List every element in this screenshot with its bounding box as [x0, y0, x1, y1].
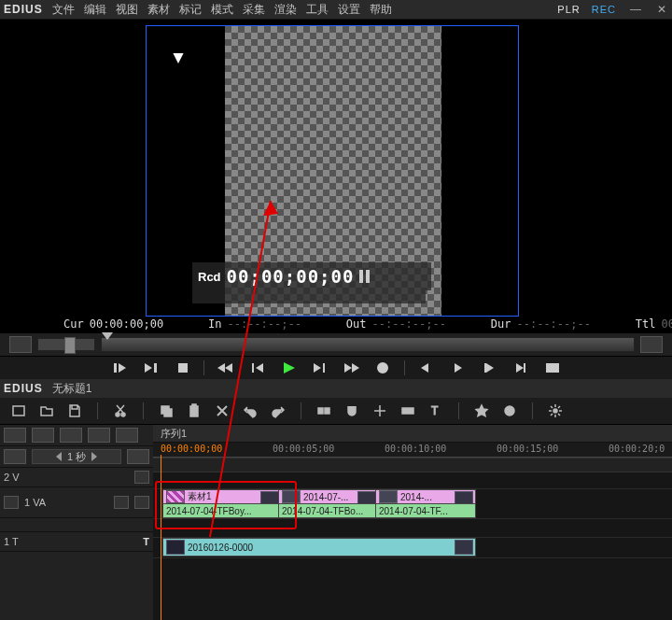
- paste-icon[interactable]: [185, 402, 203, 419]
- clip-video[interactable]: 2014-...: [375, 489, 476, 504]
- clip-video[interactable]: 2014-07-...: [278, 489, 379, 504]
- scrub-end-button[interactable]: [640, 336, 663, 353]
- settings-icon[interactable]: [546, 402, 565, 419]
- prev-edit-button[interactable]: [474, 359, 504, 377]
- snap-icon[interactable]: [343, 402, 361, 419]
- clip-thumb-icon: [282, 490, 301, 503]
- track-lock-icon[interactable]: [114, 496, 129, 509]
- tool-c[interactable]: [60, 428, 82, 443]
- out-label: Out: [346, 317, 367, 331]
- tool-a[interactable]: [4, 428, 26, 443]
- open-icon[interactable]: [37, 402, 56, 419]
- menu-file[interactable]: 文件: [52, 2, 75, 18]
- tool-d[interactable]: [88, 428, 110, 443]
- ttl-value: 00:00:14;04: [662, 317, 672, 331]
- stop-button[interactable]: [168, 359, 198, 377]
- track-header-2v[interactable]: 2 V: [0, 468, 153, 487]
- clip-thumb-icon: [166, 540, 185, 555]
- go-out-button[interactable]: [442, 359, 472, 377]
- mark-out-button[interactable]: [136, 359, 166, 377]
- ruler-tick: 00:00:05;00: [273, 444, 334, 454]
- delete-icon[interactable]: [213, 402, 231, 419]
- export-button[interactable]: [538, 359, 567, 377]
- menu-help[interactable]: 帮助: [370, 2, 392, 18]
- lane-2v[interactable]: [153, 470, 672, 489]
- track-header-1va[interactable]: 1 VA: [0, 487, 153, 518]
- rewind-button[interactable]: [210, 359, 240, 377]
- mark-in-button[interactable]: [105, 359, 134, 377]
- menu-marker[interactable]: 标记: [179, 2, 202, 18]
- speed-slider[interactable]: [37, 338, 95, 351]
- chevron-left-icon[interactable]: [56, 452, 62, 461]
- menu-capture[interactable]: 采集: [243, 2, 265, 18]
- clip-audio[interactable]: 2014-07-04-TF...: [375, 503, 476, 518]
- render-icon[interactable]: [500, 402, 519, 419]
- menu-tools[interactable]: 工具: [306, 2, 329, 18]
- sequence-tab[interactable]: 序列1: [153, 425, 672, 443]
- scrub-track[interactable]: [101, 337, 635, 352]
- ruler-tick: 00:00:15;00: [497, 444, 558, 454]
- menu-edit[interactable]: 编辑: [84, 2, 106, 18]
- clip-title[interactable]: 20160126-0000: [162, 538, 476, 557]
- dur-label: Dur: [491, 317, 511, 331]
- undo-icon[interactable]: [241, 402, 259, 419]
- clip-audio[interactable]: 2014-07-04-TFBo...: [278, 503, 379, 518]
- clip-end-thumb-icon: [357, 491, 376, 504]
- svg-rect-8: [164, 409, 172, 416]
- go-in-button[interactable]: [411, 359, 441, 377]
- tool-e[interactable]: [116, 428, 138, 443]
- effects-icon[interactable]: [472, 402, 491, 419]
- track-mute-icon[interactable]: [134, 496, 149, 509]
- menu-render[interactable]: 渲染: [274, 2, 297, 18]
- minimize-button[interactable]: —: [629, 3, 642, 16]
- track-header-1t[interactable]: 1 T T: [0, 532, 153, 552]
- new-sequence-icon[interactable]: [9, 402, 28, 419]
- mode-rec[interactable]: REC: [592, 4, 616, 15]
- clip-audio[interactable]: 2014-07-04-TFBoy...: [162, 503, 282, 518]
- lane-1va[interactable]: 素材1 2014-07-... 2014-... 2014-07-04-TFBo…: [153, 488, 672, 519]
- cut-icon[interactable]: [111, 402, 130, 419]
- titlebar: EDIUS 文件 编辑 视图 素材 标记 模式 采集 渲染 工具 设置 帮助 P…: [0, 0, 672, 20]
- ripple-icon[interactable]: [315, 402, 333, 419]
- zoom-in-button[interactable]: [127, 449, 149, 464]
- title-icon[interactable]: T: [427, 402, 445, 419]
- zoom-out-button[interactable]: [4, 449, 26, 464]
- menu-settings[interactable]: 设置: [338, 2, 360, 18]
- project-title: 无标题1: [52, 381, 92, 397]
- timeline-tracks[interactable]: 序列1 00:00:00;00 00:00:05;00 00:00:10;00 …: [153, 425, 672, 620]
- time-ruler[interactable]: 00:00:00;00 00:00:05;00 00:00:10;00 00:0…: [153, 443, 672, 458]
- track-patch-icon[interactable]: [4, 496, 19, 509]
- play-button[interactable]: [273, 359, 303, 377]
- timeline: 1 秒 2 V 1 VA 1 T T 序列1 00:00:00;00 00:00…: [0, 424, 672, 620]
- menu-view[interactable]: 视图: [116, 2, 138, 18]
- clip-video[interactable]: 素材1: [162, 489, 282, 504]
- overwrite-icon[interactable]: [399, 402, 417, 419]
- copy-icon[interactable]: [157, 402, 175, 419]
- svg-rect-3: [547, 364, 558, 372]
- slider-thumb-icon[interactable]: [64, 337, 76, 354]
- tool-b[interactable]: [32, 428, 54, 443]
- next-edit-button[interactable]: [506, 359, 536, 377]
- loop-button[interactable]: [369, 359, 399, 377]
- zoom-level[interactable]: 1 秒: [32, 449, 121, 464]
- timeline-playhead[interactable]: [161, 455, 161, 620]
- prev-frame-button[interactable]: [242, 359, 272, 377]
- fastfwd-button[interactable]: [337, 359, 367, 377]
- insert-icon[interactable]: [371, 402, 389, 419]
- lane-1t[interactable]: 20160126-0000: [153, 537, 672, 558]
- chevron-right-icon[interactable]: [91, 452, 97, 461]
- scrub-mode-button[interactable]: [9, 336, 32, 353]
- ttl-label: Ttl: [636, 317, 656, 331]
- playhead-icon[interactable]: [102, 332, 113, 340]
- ruler-tick: 00:00:10;00: [385, 444, 446, 454]
- track-toggle-icon[interactable]: [134, 471, 149, 484]
- redo-icon[interactable]: [269, 402, 287, 419]
- close-button[interactable]: ✕: [655, 3, 668, 16]
- mode-plr[interactable]: PLR: [557, 4, 580, 15]
- save-icon[interactable]: [65, 402, 84, 419]
- svg-rect-10: [192, 404, 196, 407]
- svg-point-5: [116, 413, 119, 416]
- menu-mode[interactable]: 模式: [211, 2, 233, 18]
- menu-clip[interactable]: 素材: [147, 2, 170, 18]
- next-frame-button[interactable]: [305, 359, 335, 377]
